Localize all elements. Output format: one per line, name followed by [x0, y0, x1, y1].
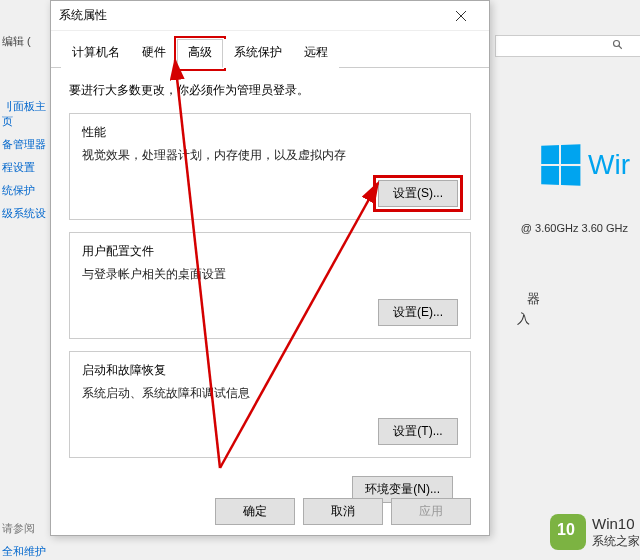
tab-remote[interactable]: 远程 — [293, 39, 339, 68]
performance-settings-button[interactable]: 设置(S)... — [378, 180, 458, 207]
search-icon — [612, 39, 624, 51]
watermark-brand: Win10 — [592, 514, 640, 534]
cpu-info: @ 3.60GHz 3.60 GHz — [521, 222, 628, 234]
tab-system-protection[interactable]: 系统保护 — [223, 39, 293, 68]
bg-edit: 编辑 ( — [2, 34, 48, 49]
bg-item[interactable]: 备管理器 — [2, 137, 48, 152]
watermark-site: 系统之家 — [592, 534, 640, 550]
svg-point-0 — [614, 41, 620, 47]
bg-item[interactable]: 统保护 — [2, 183, 48, 198]
user-profile-group: 用户配置文件 与登录帐户相关的桌面设置 设置(E)... — [69, 232, 471, 339]
dialog-footer: 确定 取消 应用 — [215, 498, 471, 525]
startup-desc: 系统启动、系统故障和调试信息 — [82, 385, 458, 402]
windows-logo: Wir — [540, 145, 630, 185]
windows-icon — [541, 144, 580, 186]
tab-advanced[interactable]: 高级 — [177, 39, 223, 68]
background-sidebar: 编辑 ( 刂面板主页 备管理器 程设置 统保护 级系统设 请参阅 全和维护 — [0, 0, 50, 560]
watermark: Win10 系统之家 — [550, 514, 640, 550]
dialog-title: 系统属性 — [59, 7, 441, 24]
startup-group: 启动和故障恢复 系统启动、系统故障和调试信息 设置(T)... — [69, 351, 471, 458]
performance-title: 性能 — [82, 124, 458, 141]
apply-button[interactable]: 应用 — [391, 498, 471, 525]
titlebar: 系统属性 — [51, 1, 489, 31]
startup-settings-button[interactable]: 设置(T)... — [378, 418, 458, 445]
bg-see-also: 请参阅 — [2, 521, 48, 536]
admin-intro: 要进行大多数更改，你必须作为管理员登录。 — [69, 82, 471, 99]
close-button[interactable] — [441, 2, 481, 30]
bg-item[interactable]: 全和维护 — [2, 544, 48, 559]
dialog-body: 要进行大多数更改，你必须作为管理员登录。 性能 视觉效果，处理器计划，内存使用，… — [51, 68, 489, 517]
user-profile-title: 用户配置文件 — [82, 243, 458, 260]
user-profile-settings-button[interactable]: 设置(E)... — [378, 299, 458, 326]
search-box[interactable] — [495, 35, 640, 57]
side-label: 入 — [517, 310, 530, 328]
performance-desc: 视觉效果，处理器计划，内存使用，以及虚拟内存 — [82, 147, 458, 164]
system-properties-dialog: 系统属性 计算机名 硬件 高级 系统保护 远程 要进行大多数更改，你必须作为管理… — [50, 0, 490, 536]
background-right: Wir @ 3.60GHz 3.60 GHz 器 入 Win10 系统之家 — [495, 0, 640, 560]
side-label: 器 — [527, 290, 540, 308]
close-icon — [456, 11, 466, 21]
bg-item[interactable]: 级系统设 — [2, 206, 48, 221]
bg-item[interactable]: 程设置 — [2, 160, 48, 175]
ok-button[interactable]: 确定 — [215, 498, 295, 525]
watermark-logo — [550, 514, 586, 550]
startup-title: 启动和故障恢复 — [82, 362, 458, 379]
user-profile-desc: 与登录帐户相关的桌面设置 — [82, 266, 458, 283]
svg-line-1 — [619, 46, 622, 49]
bg-item[interactable]: 刂面板主页 — [2, 99, 48, 129]
tabs: 计算机名 硬件 高级 系统保护 远程 — [51, 31, 489, 68]
windows-text: Wir — [588, 149, 630, 181]
performance-group: 性能 视觉效果，处理器计划，内存使用，以及虚拟内存 设置(S)... — [69, 113, 471, 220]
cancel-button[interactable]: 取消 — [303, 498, 383, 525]
tab-computer-name[interactable]: 计算机名 — [61, 39, 131, 68]
tab-hardware[interactable]: 硬件 — [131, 39, 177, 68]
